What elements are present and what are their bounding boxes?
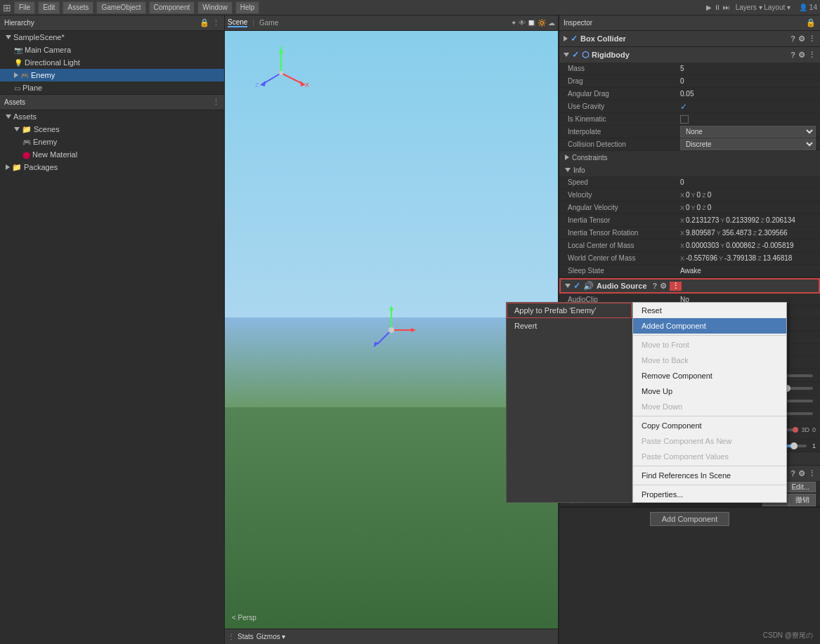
directionallight-label: Directional Light	[25, 58, 80, 67]
svg-line-2	[281, 73, 302, 84]
material-settings-icon[interactable]: ⚙	[798, 469, 805, 478]
interpolate-label: Interpolate	[568, 128, 680, 136]
audio-source-header: ✓ 🔊 Audio Source ? ⚙ ⋮	[559, 278, 820, 294]
velocity-label: Velocity	[568, 191, 680, 199]
is-kinematic-checkbox[interactable]	[680, 115, 689, 124]
revert-button[interactable]: 撤销	[789, 494, 816, 506]
dropdown-added-component[interactable]: Added Component	[633, 318, 786, 334]
sleep-state-value: Awake	[680, 267, 816, 275]
box-collider-more-icon[interactable]: ⋮	[808, 34, 816, 44]
help-menu-btn[interactable]: Help	[235, 1, 260, 14]
velocity-z-label: Z	[702, 192, 706, 199]
audio-help-icon[interactable]: ?	[653, 282, 658, 290]
material-more-icon[interactable]: ⋮	[808, 469, 816, 478]
edit-menu-btn[interactable]: Edit	[38, 1, 60, 14]
rigidbody-more-icon[interactable]: ⋮	[808, 51, 816, 60]
spatial-blend-thumb[interactable]	[793, 427, 798, 433]
assets-panel: Assets ⋮ Assets 📁 Scenes 🎮 Enemy	[0, 94, 224, 173]
assets-menu-icon[interactable]: ⋮	[212, 98, 220, 107]
drag-label: Drag	[568, 77, 680, 85]
enemy-label: Enemy	[31, 71, 55, 79]
rigidbody-settings-icon[interactable]: ⚙	[798, 51, 805, 60]
hierarchy-panel: Hierarchy 🔒 ⋮ SampleScene* 📷 Main Camera…	[0, 15, 225, 644]
rigidbody-help-icon[interactable]: ?	[790, 51, 795, 59]
stats-tab[interactable]: Stats	[237, 633, 254, 640]
shader-edit-button[interactable]: Edit...	[785, 482, 816, 492]
info-expand-icon	[565, 168, 571, 172]
box-collider-checkbox[interactable]: ✓	[571, 34, 578, 44]
scene-name-label: SampleScene*	[13, 33, 65, 41]
assets-root-item[interactable]: Assets	[0, 110, 224, 123]
box-collider-expand-icon[interactable]	[564, 36, 568, 41]
watermark: CSDN @寮尾の	[763, 631, 813, 640]
file-menu-btn[interactable]: File	[14, 1, 35, 14]
hierarchy-item-maincamera[interactable]: 📷 Main Camera	[0, 44, 224, 56]
hierarchy-item-directionallight[interactable]: 💡 Directional Light	[0, 56, 224, 69]
packages-expand-icon	[6, 164, 10, 170]
box-collider-help-icon[interactable]: ?	[790, 34, 795, 43]
gizmos-tab[interactable]: Gizmos ▾	[256, 633, 286, 640]
prop-row-local-center-of-mass: Local Center of Mass X 0.0000303 Y 0.000…	[559, 239, 820, 252]
collision-detection-select[interactable]: Discrete Continuous	[680, 138, 816, 150]
dropdown-properties[interactable]: Properties...	[633, 487, 786, 502]
packages-label: Packages	[24, 163, 58, 171]
dropdown-reset[interactable]: Reset	[633, 303, 786, 318]
dropdown-remove-component[interactable]: Remove Component	[633, 368, 786, 383]
rigidbody-checkbox[interactable]: ✓	[572, 50, 579, 60]
hierarchy-item-plane[interactable]: ▭ Plane	[0, 81, 224, 94]
constraints-foldout[interactable]: Constraints	[559, 151, 820, 164]
dropdown-copy-component[interactable]: Copy Component	[633, 418, 786, 433]
inertia-tensor-value: X 0.2131273 Y 0.2133992 Z 0.206134	[680, 216, 816, 224]
svg-text:Z: Z	[255, 81, 259, 88]
menu-icon[interactable]: ⋮	[228, 633, 235, 640]
svg-line-14	[377, 330, 391, 344]
add-component-button[interactable]: Add Component	[650, 512, 730, 526]
gameobject-menu-btn[interactable]: GameObject	[96, 1, 145, 14]
assets-material-item[interactable]: ⬤ New Material	[0, 148, 224, 161]
info-section-header[interactable]: Info	[559, 164, 820, 176]
dropdown-paste-as-new[interactable]: Paste Component As New	[633, 433, 786, 449]
angvel-z-val: 0	[708, 204, 712, 211]
apply-revert-menu: Apply to Prefab 'Enemy' Revert	[506, 302, 632, 503]
hierarchy-header: Hierarchy 🔒 ⋮	[0, 15, 224, 31]
angular-drag-value: 0.05	[680, 90, 816, 98]
hierarchy-title: Hierarchy	[4, 19, 34, 27]
dropdown-move-to-front[interactable]: Move to Front	[633, 337, 786, 353]
hierarchy-item-enemy[interactable]: 🎮 Enemy	[0, 69, 224, 81]
dropdown-find-references[interactable]: Find References In Scene	[633, 468, 786, 483]
interpolate-select[interactable]: None Interpolate Extrapolate	[680, 126, 816, 138]
audio-more-icon[interactable]: ⋮	[670, 282, 682, 291]
revert-button-ctx[interactable]: Revert	[507, 318, 632, 334]
rigidbody-expand-icon[interactable]	[564, 53, 569, 57]
assets-scenes-item[interactable]: 📁 Scenes	[0, 123, 224, 136]
assets-menu-btn[interactable]: Assets	[63, 1, 93, 14]
enemy-asset-label: Enemy	[33, 138, 57, 146]
apply-to-prefab-button[interactable]: Apply to Prefab 'Enemy'	[507, 303, 632, 318]
material-help-icon[interactable]: ?	[790, 469, 795, 478]
dropdown-move-to-back[interactable]: Move to Back	[633, 353, 786, 368]
dropdown-paste-values[interactable]: Paste Component Values	[633, 449, 786, 464]
use-gravity-value: ✓	[680, 102, 816, 112]
audio-expand-icon[interactable]	[565, 284, 571, 288]
audio-settings-icon[interactable]: ⚙	[660, 282, 667, 291]
window-menu-btn[interactable]: Window	[197, 1, 233, 14]
audio-checkbox[interactable]: ✓	[573, 281, 580, 291]
world-com-value: X -0.557696 Y -3.799138 Z 13.46818	[680, 254, 816, 262]
hierarchy-menu-icon[interactable]: ⋮	[212, 18, 220, 27]
angular-velocity-value: X 0 Y 0 Z 0	[680, 204, 816, 211]
dropdown-move-up[interactable]: Move Up	[633, 383, 786, 399]
dropdown-move-down[interactable]: Move Down	[633, 399, 786, 414]
inspector-lock-icon[interactable]: 🔒	[806, 18, 816, 27]
spatial-blend-3d-label: 3D	[801, 426, 809, 433]
component-menu-btn[interactable]: Component	[149, 1, 195, 14]
inertia-tensor-rotation-label: Inertia Tensor Rotation	[568, 229, 680, 237]
prop-row-is-kinematic: Is Kinematic	[559, 113, 820, 126]
assets-packages-item[interactable]: 📁 Packages	[0, 161, 224, 173]
box-collider-settings-icon[interactable]: ⚙	[798, 34, 805, 44]
game-tab[interactable]: Game	[259, 19, 278, 27]
hierarchy-scene-item[interactable]: SampleScene*	[0, 31, 224, 44]
assets-enemy-item[interactable]: 🎮 Enemy	[0, 136, 224, 148]
scene-tab[interactable]: Scene	[228, 18, 247, 27]
use-gravity-checkbox[interactable]: ✓	[680, 102, 687, 112]
hierarchy-lock-icon[interactable]: 🔒	[200, 18, 209, 27]
